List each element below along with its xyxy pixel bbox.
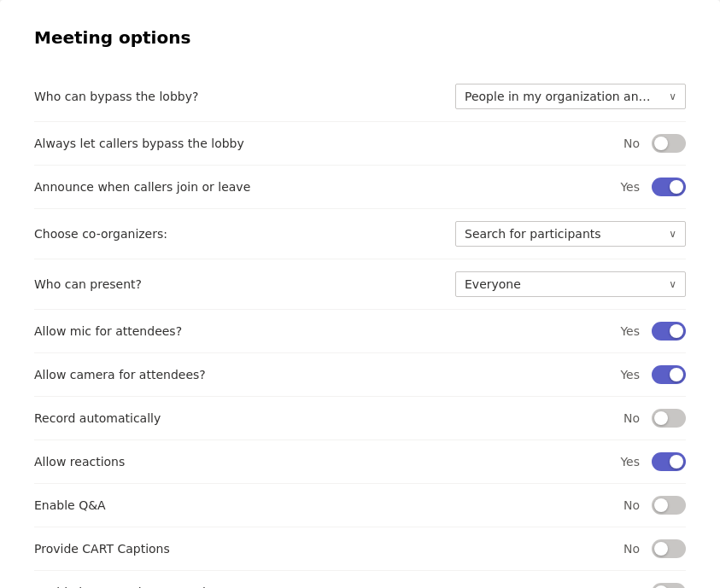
- chevron-down-icon: ∨: [669, 90, 676, 102]
- toggle-cart-captions[interactable]: [652, 539, 686, 558]
- option-label-bypass-lobby: Who can bypass the lobby?: [34, 90, 447, 103]
- toggle-thumb-callers-bypass: [654, 137, 668, 150]
- option-label-co-organizers: Choose co-organizers:: [34, 227, 447, 241]
- option-control-callers-bypass: No: [447, 134, 686, 153]
- option-label-allow-reactions: Allow reactions: [34, 455, 447, 469]
- toggle-allow-camera[interactable]: [652, 365, 686, 384]
- page-title: Meeting options: [34, 27, 686, 48]
- toggle-track-allow-camera: [652, 365, 686, 384]
- dropdown-bypass-lobby[interactable]: People in my organization and gu...∨: [455, 84, 686, 109]
- option-control-allow-mic: Yes: [447, 322, 686, 341]
- toggle-thumb-allow-reactions: [670, 455, 683, 469]
- option-row-co-organizers: Choose co-organizers:Search for particip…: [34, 209, 686, 259]
- option-control-allow-camera: Yes: [447, 365, 686, 384]
- toggle-thumb-record-auto: [654, 411, 668, 425]
- option-label-callers-bypass: Always let callers bypass the lobby: [34, 137, 447, 150]
- toggle-announce-join[interactable]: [652, 178, 686, 196]
- toggle-track-language-interp: [652, 583, 686, 588]
- toggle-label-allow-mic: Yes: [620, 324, 640, 338]
- option-label-enable-qa: Enable Q&A: [34, 498, 447, 512]
- option-label-record-auto: Record automatically: [34, 411, 447, 425]
- toggle-label-cart-captions: No: [623, 542, 640, 556]
- toggle-thumb-enable-qa: [654, 498, 668, 512]
- option-row-allow-reactions: Allow reactionsYes: [34, 440, 686, 484]
- toggle-track-cart-captions: [652, 539, 686, 558]
- toggle-record-auto[interactable]: [652, 409, 686, 428]
- option-row-allow-camera: Allow camera for attendees?Yes: [34, 353, 686, 397]
- option-control-record-auto: No: [447, 409, 686, 428]
- option-control-language-interp: No: [447, 583, 686, 588]
- toggle-track-record-auto: [652, 409, 686, 428]
- option-control-co-organizers: Search for participants∨: [447, 221, 686, 247]
- toggle-label-record-auto: No: [623, 411, 640, 425]
- toggle-track-announce-join: [652, 178, 686, 196]
- option-control-announce-join: Yes: [447, 178, 686, 196]
- dropdown-co-organizers[interactable]: Search for participants∨: [455, 221, 686, 247]
- toggle-label-announce-join: Yes: [620, 180, 640, 194]
- dropdown-who-present[interactable]: Everyone∨: [455, 271, 686, 297]
- dropdown-text-who-present: Everyone: [465, 277, 521, 291]
- chevron-down-icon: ∨: [669, 228, 676, 240]
- toggle-label-callers-bypass: No: [623, 137, 640, 150]
- option-row-record-auto: Record automaticallyNo: [34, 397, 686, 440]
- option-row-callers-bypass: Always let callers bypass the lobbyNo: [34, 122, 686, 166]
- option-row-allow-mic: Allow mic for attendees?Yes: [34, 310, 686, 353]
- toggle-thumb-cart-captions: [654, 542, 668, 556]
- toggle-track-callers-bypass: [652, 134, 686, 153]
- toggle-language-interp[interactable]: [652, 583, 686, 588]
- option-row-who-present: Who can present?Everyone∨: [34, 259, 686, 310]
- option-row-bypass-lobby: Who can bypass the lobby?People in my or…: [34, 72, 686, 122]
- option-control-cart-captions: No: [447, 539, 686, 558]
- option-control-bypass-lobby: People in my organization and gu...∨: [447, 84, 686, 109]
- dropdown-text-co-organizers: Search for participants: [465, 227, 601, 241]
- toggle-thumb-announce-join: [670, 180, 683, 194]
- option-label-allow-mic: Allow mic for attendees?: [34, 324, 447, 338]
- dropdown-text-bypass-lobby: People in my organization and gu...: [465, 90, 653, 103]
- option-label-who-present: Who can present?: [34, 277, 447, 291]
- toggle-track-allow-reactions: [652, 452, 686, 471]
- option-label-announce-join: Announce when callers join or leave: [34, 180, 447, 194]
- option-control-who-present: Everyone∨: [447, 271, 686, 297]
- option-control-enable-qa: No: [447, 496, 686, 515]
- toggle-label-allow-camera: Yes: [620, 368, 640, 381]
- toggle-thumb-allow-camera: [670, 368, 683, 381]
- options-grid: Who can bypass the lobby?People in my or…: [34, 72, 686, 588]
- option-row-language-interp: Enable language interpretationNo: [34, 571, 686, 588]
- meeting-options-card: Meeting options Who can bypass the lobby…: [0, 0, 720, 588]
- option-row-cart-captions: Provide CART CaptionsNo: [34, 527, 686, 571]
- toggle-allow-mic[interactable]: [652, 322, 686, 341]
- toggle-label-allow-reactions: Yes: [620, 455, 640, 469]
- option-label-cart-captions: Provide CART Captions: [34, 542, 447, 556]
- toggle-allow-reactions[interactable]: [652, 452, 686, 471]
- toggle-callers-bypass[interactable]: [652, 134, 686, 153]
- toggle-track-enable-qa: [652, 496, 686, 515]
- toggle-label-enable-qa: No: [623, 498, 640, 512]
- toggle-enable-qa[interactable]: [652, 496, 686, 515]
- option-row-enable-qa: Enable Q&ANo: [34, 484, 686, 527]
- toggle-track-allow-mic: [652, 322, 686, 341]
- option-control-allow-reactions: Yes: [447, 452, 686, 471]
- option-label-allow-camera: Allow camera for attendees?: [34, 368, 447, 381]
- toggle-thumb-allow-mic: [670, 324, 683, 338]
- option-row-announce-join: Announce when callers join or leaveYes: [34, 166, 686, 209]
- chevron-down-icon: ∨: [669, 278, 676, 290]
